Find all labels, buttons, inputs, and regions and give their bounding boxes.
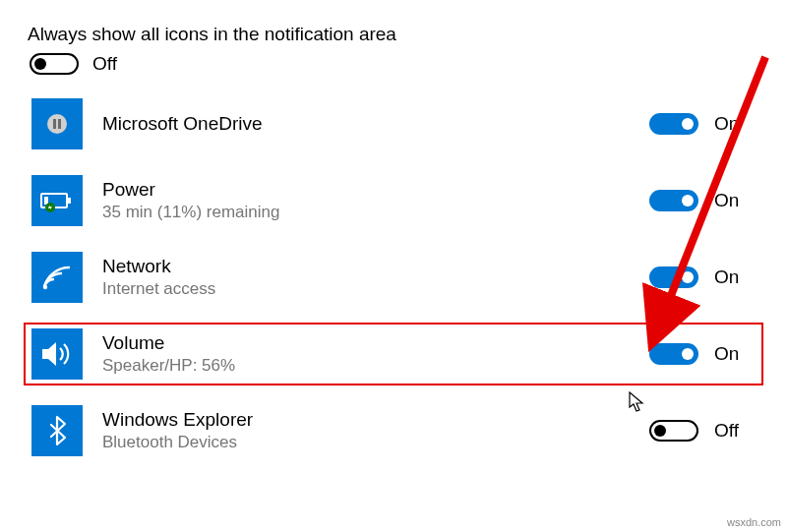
toggle-state-label: On — [714, 266, 739, 288]
battery-icon — [31, 175, 83, 226]
item-labels: Power35 min (11%) remaining — [102, 178, 649, 224]
list-item-onedrive: Microsoft OneDriveOn — [24, 92, 763, 155]
toggle-network[interactable] — [649, 266, 698, 288]
item-labels: VolumeSpeaker/HP: 56% — [102, 331, 649, 378]
item-title: Volume — [102, 331, 649, 356]
item-toggle-wrap: On — [649, 343, 757, 365]
item-title: Microsoft OneDrive — [102, 112, 649, 137]
item-labels: Windows ExplorerBluetooth Devices — [102, 408, 649, 454]
toggle-state-label: Off — [714, 420, 739, 442]
item-toggle-wrap: On — [649, 113, 757, 135]
toggle-state-label: On — [714, 343, 739, 365]
item-toggle-wrap: On — [649, 266, 757, 288]
toggle-bluetooth[interactable] — [649, 420, 698, 442]
always-show-toggle[interactable] — [30, 53, 79, 75]
item-subtitle: 35 min (11%) remaining — [102, 202, 649, 223]
toggle-onedrive[interactable] — [649, 113, 698, 135]
list-item-volume: VolumeSpeaker/HP: 56%On — [24, 323, 763, 385]
item-subtitle: Speaker/HP: 56% — [102, 355, 649, 377]
toggle-volume[interactable] — [649, 343, 698, 365]
item-toggle-wrap: Off — [649, 420, 757, 442]
bluetooth-icon — [31, 405, 83, 456]
svg-rect-4 — [68, 198, 71, 204]
always-show-toggle-row: Off — [30, 53, 763, 75]
svg-rect-2 — [58, 119, 61, 129]
list-item-network: NetworkInternet accessOn — [24, 246, 763, 309]
list-item-power: Power35 min (11%) remainingOn — [24, 169, 763, 232]
item-title: Network — [102, 255, 649, 279]
page-title: Always show all icons in the notificatio… — [28, 24, 763, 45]
toggle-power[interactable] — [649, 190, 698, 211]
always-show-toggle-label: Off — [92, 53, 117, 75]
watermark: wsxdn.com — [727, 516, 781, 528]
toggle-state-label: On — [714, 190, 739, 211]
item-title: Power — [102, 178, 649, 203]
item-labels: Microsoft OneDrive — [102, 112, 649, 137]
svg-rect-1 — [53, 119, 56, 129]
svg-point-0 — [47, 114, 67, 134]
item-toggle-wrap: On — [649, 190, 757, 211]
toggle-state-label: On — [714, 113, 739, 135]
speaker-icon — [31, 328, 83, 380]
item-labels: NetworkInternet access — [102, 255, 649, 301]
item-subtitle: Bluetooth Devices — [102, 432, 649, 453]
onedrive-sync-icon — [31, 98, 83, 149]
wifi-icon — [31, 252, 83, 303]
item-title: Windows Explorer — [102, 408, 649, 433]
list-item-bluetooth: Windows ExplorerBluetooth DevicesOff — [24, 399, 763, 462]
svg-point-7 — [43, 285, 47, 289]
notification-icons-list: Microsoft OneDriveOnPower35 min (11%) re… — [24, 92, 763, 462]
item-subtitle: Internet access — [102, 278, 649, 300]
